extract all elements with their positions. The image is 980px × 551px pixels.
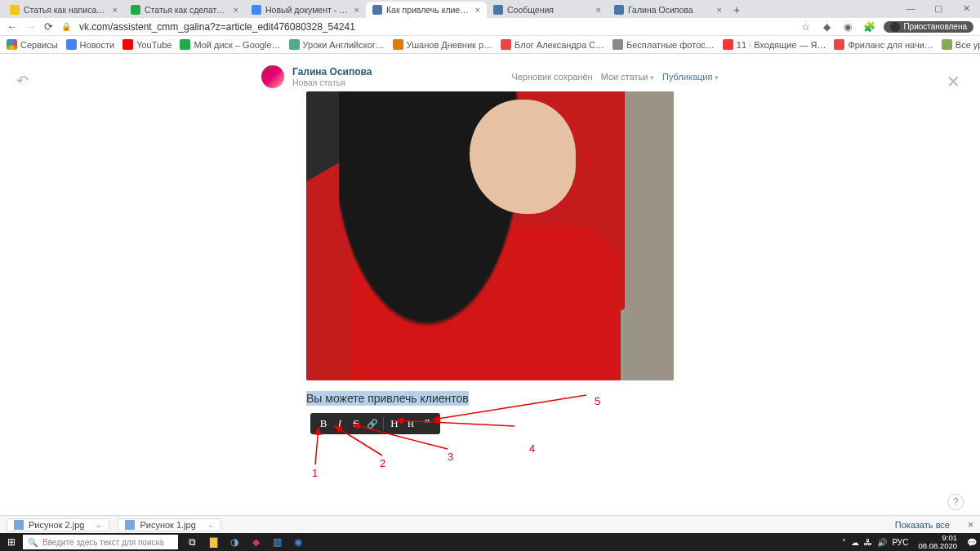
downloads-shelf: Рисунок 2.jpg⌄ Рисунок 1.jpg⌄ Показать в… xyxy=(0,515,980,533)
site-icon xyxy=(393,39,403,50)
taskbar-clock[interactable]: 9:0108.08.2020 xyxy=(913,534,962,550)
close-shelf-button[interactable]: × xyxy=(968,519,973,531)
show-all-downloads[interactable]: Показать все xyxy=(895,520,950,530)
notifications-icon[interactable]: 💬 xyxy=(967,538,977,547)
task-view-icon[interactable]: ⧉ xyxy=(185,535,199,549)
download-item[interactable]: Рисунок 1.jpg⌄ xyxy=(118,518,220,531)
author-avatar[interactable] xyxy=(261,65,284,88)
my-articles-dropdown[interactable]: Мои статьи xyxy=(601,72,654,82)
bookmark-item[interactable]: Фриланс для начи… xyxy=(834,39,933,50)
close-editor-button[interactable]: ✕ xyxy=(947,72,960,91)
image-icon xyxy=(14,520,24,530)
chevron-down-icon[interactable]: ⌄ xyxy=(96,521,102,529)
lock-icon: 🔒 xyxy=(61,22,71,31)
bookmark-item[interactable]: Уроки Английског… xyxy=(289,39,385,50)
bookmark-item[interactable]: Бесплатные фотос… xyxy=(612,39,715,50)
extensions-icon[interactable]: 🧩 xyxy=(862,20,875,33)
tab-3[interactable]: Как привлечь клиентов, если с× xyxy=(366,2,487,18)
editor-header: Галина Осипова Новая статья Черновик сох… xyxy=(261,54,719,88)
article-subtitle: Новая статья xyxy=(292,78,372,87)
site-icon xyxy=(289,39,300,50)
search-icon: 🔍 xyxy=(28,538,38,547)
draft-saved-label: Черновик сохранён xyxy=(511,72,592,82)
explorer-icon[interactable]: ▇ xyxy=(206,535,220,549)
bookmark-item[interactable]: Новости xyxy=(66,39,115,50)
author-name[interactable]: Галина Осипова xyxy=(292,66,372,78)
close-icon[interactable]: × xyxy=(113,5,118,15)
volume-icon[interactable]: 🔊 xyxy=(877,538,887,547)
app-icon[interactable]: ▥ xyxy=(270,535,284,549)
yandex-icon xyxy=(723,39,733,50)
bookmark-item[interactable]: Мой диск – Google… xyxy=(180,39,280,50)
gdrive-icon xyxy=(180,39,190,50)
reload-button[interactable]: ⟳ xyxy=(44,20,53,33)
editor-page: ↶ ✕ ? Галина Осипова Новая статья Чернов… xyxy=(0,54,980,518)
publish-dropdown[interactable]: Публикация xyxy=(662,72,719,82)
bookmark-item[interactable]: Блог Александра С… xyxy=(501,39,604,50)
heading2-button[interactable]: H xyxy=(403,419,419,429)
language-indicator[interactable]: РУС xyxy=(892,538,908,547)
profile-chip[interactable]: Приостановлена xyxy=(884,21,973,33)
selected-text[interactable]: Вы можете привлечь клиентов xyxy=(306,391,469,406)
back-button[interactable]: ← xyxy=(7,20,17,33)
system-tray: ˄ ☁ 🖧 🔊 РУС 9:0108.08.2020 💬 xyxy=(839,534,980,550)
onedrive-icon[interactable]: ☁ xyxy=(851,538,859,547)
link-button[interactable]: 🔗 xyxy=(364,419,381,429)
maximize-button[interactable]: ▢ xyxy=(924,0,952,18)
start-button[interactable]: ⊞ xyxy=(0,536,23,548)
bookmark-item[interactable]: YouTube xyxy=(122,39,172,50)
windows-taskbar: ⊞ 🔍Введите здесь текст для поиска ⧉ ▇ ◑ … xyxy=(0,533,980,551)
heading1-button[interactable]: H xyxy=(386,417,403,430)
close-icon[interactable]: × xyxy=(234,5,238,15)
italic-button[interactable]: I xyxy=(332,417,348,430)
apps-button[interactable]: Сервисы xyxy=(7,39,58,50)
close-icon[interactable]: × xyxy=(475,5,480,15)
app-icon[interactable]: ◆ xyxy=(248,535,263,549)
site-icon xyxy=(501,39,511,50)
chevron-down-icon[interactable]: ⌄ xyxy=(207,521,214,529)
gimp-icon xyxy=(942,39,952,50)
cover-image[interactable] xyxy=(306,91,674,380)
close-window-button[interactable]: ✕ xyxy=(952,0,980,18)
svg-text:2: 2 xyxy=(380,457,385,469)
tab-5[interactable]: Галина Осипова× xyxy=(608,2,728,18)
close-icon[interactable]: × xyxy=(596,5,601,15)
tab-0[interactable]: Статья как написать статью в в× xyxy=(3,2,124,18)
bookmark-item[interactable]: Все уроки по GIMP… xyxy=(942,39,980,50)
help-button[interactable]: ? xyxy=(947,494,964,510)
vk-icon xyxy=(372,5,382,15)
new-tab-button[interactable]: + xyxy=(728,3,745,18)
tab-1[interactable]: Статья как сделать баннер в гр× xyxy=(124,2,245,18)
ext-1-icon[interactable]: ◆ xyxy=(820,20,833,33)
app-icon[interactable]: ◑ xyxy=(227,535,242,549)
vk-icon xyxy=(493,5,503,15)
taskbar-search[interactable]: 🔍Введите здесь текст для поиска xyxy=(23,535,178,549)
bold-button[interactable]: B xyxy=(315,417,332,430)
url-field[interactable]: vk.com/assistent_cmm_galina?z=article_ed… xyxy=(79,21,791,33)
close-icon[interactable]: × xyxy=(354,5,359,15)
ext-2-icon[interactable]: ◉ xyxy=(841,20,854,33)
undo-icon[interactable]: ↶ xyxy=(16,72,29,90)
browser-tab-strip: Статья как написать статью в в× Статья к… xyxy=(0,0,980,18)
article-body[interactable]: Вы можете привлечь клиентов xyxy=(306,392,674,405)
minimize-button[interactable]: — xyxy=(897,0,924,18)
close-icon[interactable]: × xyxy=(717,5,722,15)
download-item[interactable]: Рисунок 2.jpg⌄ xyxy=(7,518,109,531)
chrome-icon[interactable]: ◉ xyxy=(291,535,305,549)
bookmark-item[interactable]: 11 · Входящие — Я… xyxy=(723,39,826,50)
network-icon[interactable]: 🖧 xyxy=(864,538,872,547)
bookmarks-bar: Сервисы Новости YouTube Мой диск – Googl… xyxy=(0,36,980,54)
star-icon[interactable]: ☆ xyxy=(799,20,812,33)
svg-text:4: 4 xyxy=(529,442,535,455)
tab-2[interactable]: Новый документ - Google Док× xyxy=(245,2,366,18)
bookmark-item[interactable]: Ушанов Дневник р… xyxy=(393,39,492,50)
strike-button[interactable]: S xyxy=(348,417,364,430)
avatar-icon xyxy=(890,22,900,32)
quote-button[interactable]: ” xyxy=(419,417,435,431)
gdocs-icon xyxy=(252,5,261,15)
svg-text:3: 3 xyxy=(448,451,453,463)
tab-4[interactable]: Сообщения× xyxy=(487,2,608,18)
tray-chevron-icon[interactable]: ˄ xyxy=(842,538,846,547)
forward-button[interactable]: → xyxy=(25,20,36,33)
svg-text:1: 1 xyxy=(312,467,318,479)
